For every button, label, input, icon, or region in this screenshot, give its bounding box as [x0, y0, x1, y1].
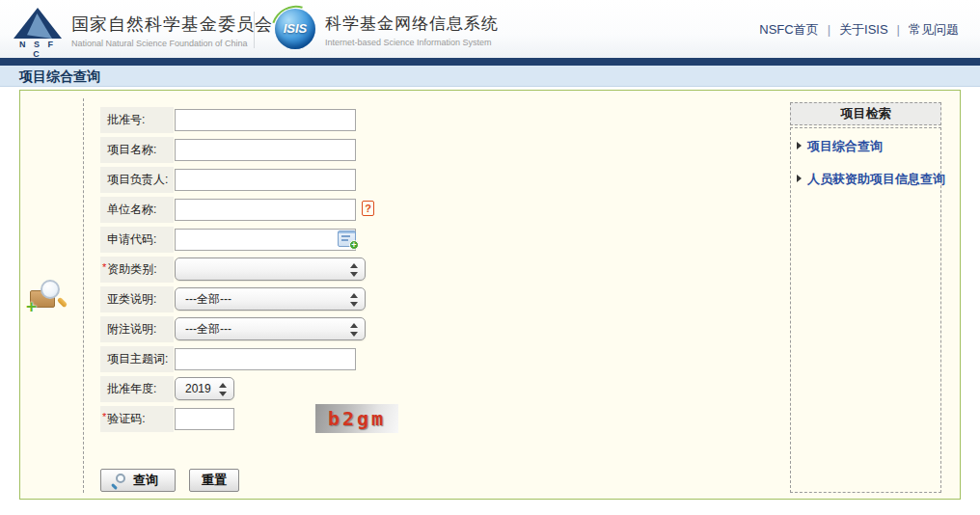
project-leader-input[interactable]: [175, 169, 356, 191]
search-icon: [111, 474, 125, 488]
magnifier-lens-icon: [41, 280, 60, 299]
title-strip: 项目综合查询: [0, 66, 980, 87]
captcha-input[interactable]: [175, 408, 234, 430]
sidebar-link-person-funded-search[interactable]: 人员获资助项目信息查询: [807, 172, 945, 186]
isis-title: 科学基金网络信息系统: [325, 13, 499, 35]
nsfc-logo: N S F C: [14, 8, 62, 50]
keywords-label: 项目主题词:: [100, 346, 174, 372]
search-add-icon: +: [28, 279, 68, 317]
annotation-label: 附注说明:: [100, 316, 174, 342]
reset-button[interactable]: 重置: [189, 469, 239, 492]
sidebar-item-person-funded-search[interactable]: 人员获资助项目信息查询: [797, 171, 940, 188]
approval-number-input[interactable]: [175, 109, 356, 131]
isis-brand-text: 科学基金网络信息系统 Internet-based Science Inform…: [325, 13, 499, 47]
nav-link-faq[interactable]: 常见问题: [909, 22, 959, 37]
bullet-triangle-icon: [797, 175, 802, 182]
funding-category-label-text: 资助类别:: [107, 262, 156, 276]
search-button-label: 查询: [133, 473, 158, 487]
isis-globe-icon: ISIS: [275, 9, 315, 49]
picker-plus-icon: +: [349, 240, 359, 250]
funding-category-label: *资助类别:: [100, 257, 174, 283]
sidebar-links-box: 项目综合查询 人员获资助项目信息查询: [790, 127, 941, 493]
project-name-input[interactable]: [175, 139, 356, 161]
navy-bar: [0, 58, 980, 66]
plus-icon: +: [26, 296, 37, 317]
site-header: N S F C 国家自然科学基金委员会 National Natural Sci…: [0, 0, 980, 58]
approval-year-label: 批准年度:: [100, 376, 174, 402]
code-picker-icon[interactable]: +: [338, 230, 356, 247]
subclass-select[interactable]: ---全部---: [175, 287, 366, 311]
nsfc-brand-text: 国家自然科学基金委员会 National Natural Science Fou…: [71, 13, 273, 48]
project-name-label: 项目名称:: [100, 137, 174, 163]
magnifier-handle-icon: [57, 297, 68, 308]
application-code-input[interactable]: [175, 229, 356, 251]
nav-link-nsfc-home[interactable]: NSFC首页: [759, 22, 818, 37]
isis-logo-text: ISIS: [275, 21, 315, 36]
bullet-triangle-icon: [797, 142, 802, 149]
isis-subtitle: Internet-based Science Information Syste…: [325, 38, 499, 47]
approval-year-select[interactable]: 2019: [175, 377, 234, 400]
application-code-label: 申请代码:: [100, 227, 174, 253]
captcha-image: b2gm: [315, 404, 398, 433]
institution-name-input[interactable]: [175, 199, 356, 221]
funding-category-select[interactable]: [175, 258, 366, 281]
main-panel: + 批准号: 项目名称: 项目负责人: 单位名称: ? 申请代码:: [19, 90, 961, 500]
nsfc-title: 国家自然科学基金委员会: [71, 13, 273, 36]
picker-icon-header: [339, 231, 355, 233]
select-stepper-icon: [350, 322, 358, 338]
select-stepper-icon: [219, 382, 227, 397]
logo-divider: [254, 12, 255, 48]
select-stepper-icon: [350, 292, 358, 308]
required-marker: *: [102, 261, 106, 273]
subclass-label: 亚类说明:: [100, 286, 174, 312]
project-search-page: N S F C 国家自然科学基金委员会 National Natural Sci…: [0, 0, 980, 515]
captcha-label: *验证码:: [100, 406, 174, 432]
nav-link-about-isis[interactable]: 关于ISIS: [839, 22, 888, 37]
icon-column-divider: [83, 98, 84, 493]
search-button[interactable]: 查询: [100, 469, 176, 492]
approval-number-label: 批准号:: [100, 107, 174, 133]
keywords-input[interactable]: [175, 348, 356, 370]
help-icon[interactable]: ?: [362, 201, 374, 216]
required-marker: *: [102, 411, 106, 422]
top-nav: NSFC首页|关于ISIS|常见问题: [759, 21, 959, 39]
approval-year-value: 2019: [185, 382, 211, 395]
captcha-label-text: 验证码:: [107, 412, 145, 425]
sidebar-item-project-search[interactable]: 项目综合查询: [797, 138, 940, 155]
picker-icon-line: [341, 239, 348, 241]
select-stepper-icon: [350, 262, 358, 278]
nav-separator: |: [888, 22, 909, 37]
sidebar-link-project-search[interactable]: 项目综合查询: [807, 139, 883, 153]
institution-name-label: 单位名称:: [100, 197, 174, 223]
page-title: 项目综合查询: [19, 68, 100, 86]
annotation-select[interactable]: ---全部---: [175, 317, 366, 340]
project-leader-label: 项目负责人:: [100, 167, 174, 193]
sidebar-title: 项目检索: [790, 102, 941, 125]
annotation-value: ---全部---: [185, 322, 231, 336]
subclass-value: ---全部---: [185, 292, 231, 306]
picker-icon-line: [341, 235, 350, 237]
nsfc-subtitle: National Natural Science Foundation of C…: [71, 39, 273, 48]
nav-separator: |: [819, 22, 839, 37]
reset-button-label: 重置: [202, 473, 227, 487]
